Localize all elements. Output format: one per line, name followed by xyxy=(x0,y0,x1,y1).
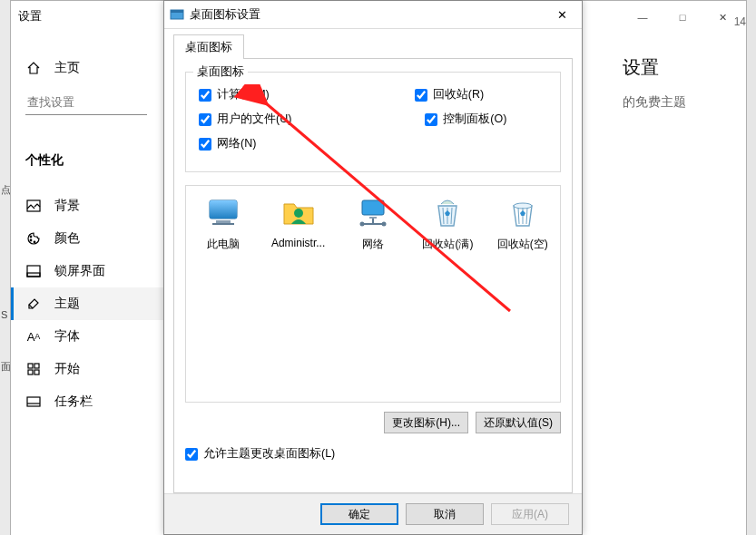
svg-point-2 xyxy=(30,239,32,241)
side-hint: 14 xyxy=(734,15,746,28)
checkbox-allow-theme-change-input[interactable] xyxy=(185,448,198,461)
sidebar-item-label: 开始 xyxy=(54,361,80,377)
svg-point-18 xyxy=(294,209,303,218)
sidebar-item-home[interactable]: 主页 xyxy=(11,52,165,84)
change-icon-button[interactable]: 更改图标(H)... xyxy=(384,412,468,433)
user-folder-icon xyxy=(280,195,317,231)
checkbox-network-input[interactable] xyxy=(199,138,211,151)
checkbox-allow-theme-change[interactable]: 允许主题更改桌面图标(L) xyxy=(185,446,335,462)
icon-label: 回收站(空) xyxy=(497,237,548,252)
sidebar-item-label: 颜色 xyxy=(54,230,80,247)
svg-rect-13 xyxy=(171,10,183,13)
sidebar-category: 个性化 xyxy=(11,144,165,177)
sidebar-item-label: 主页 xyxy=(54,60,80,76)
theme-icon xyxy=(25,297,42,311)
checkbox-recyclebin[interactable]: 回收站(R) xyxy=(415,87,484,102)
svg-point-24 xyxy=(382,222,387,227)
icon-network[interactable]: 网络 xyxy=(345,195,401,252)
icon-recycle-full[interactable]: 回收站(满) xyxy=(419,195,476,252)
sidebar-item-color[interactable]: 颜色 xyxy=(11,222,165,255)
dialog-button-row: 确定 取消 应用(A) xyxy=(164,493,582,534)
dialog-icon xyxy=(170,8,184,21)
cancel-button[interactable]: 取消 xyxy=(406,503,484,525)
taskbar-icon xyxy=(25,396,42,407)
sidebar-item-theme[interactable]: 主题 xyxy=(11,287,165,320)
sidebar-item-label: 任务栏 xyxy=(54,394,93,410)
picture-icon xyxy=(25,199,42,212)
sidebar-item-font[interactable]: AA 字体 xyxy=(11,320,165,353)
content-header: 设置 xyxy=(623,55,686,80)
svg-rect-6 xyxy=(28,364,33,368)
home-icon xyxy=(25,61,42,75)
icon-userfolder[interactable]: Administr... xyxy=(270,195,326,249)
main-window-title: 设置 xyxy=(18,8,42,24)
svg-point-23 xyxy=(360,222,365,227)
icon-label: 此电脑 xyxy=(207,237,240,252)
sidebar-item-label: 背景 xyxy=(54,198,80,214)
recycle-empty-icon xyxy=(505,195,541,231)
svg-rect-15 xyxy=(210,200,237,219)
checkbox-userfiles-input[interactable] xyxy=(199,113,211,126)
group-desktop-icons: 桌面图标 计算机(M) 回收站(R) 用户的文件(U) 控制面 xyxy=(185,72,561,172)
font-icon: AA xyxy=(25,330,42,344)
content-sub: 的免费主题 xyxy=(623,94,686,111)
svg-rect-10 xyxy=(27,397,40,406)
svg-rect-0 xyxy=(27,200,40,211)
network-icon xyxy=(355,195,391,231)
recycle-full-icon xyxy=(429,195,466,231)
sidebar-item-label: 主题 xyxy=(54,296,80,312)
svg-rect-9 xyxy=(34,370,39,374)
checkbox-userfiles[interactable]: 用户的文件(U) xyxy=(199,112,291,127)
settings-sidebar: 主页 个性化 背景 xyxy=(11,34,165,532)
maximize-button[interactable]: □ xyxy=(663,4,702,31)
icon-label: 回收站(满) xyxy=(422,237,473,252)
svg-point-1 xyxy=(30,236,32,238)
svg-rect-17 xyxy=(212,223,234,225)
monitor-icon xyxy=(205,195,241,231)
settings-content: 设置 的免费主题 xyxy=(592,34,686,532)
sidebar-item-lockscreen[interactable]: 锁屏界面 xyxy=(11,255,165,287)
start-icon xyxy=(25,363,42,375)
sidebar-category-label: 个性化 xyxy=(25,152,64,169)
svg-rect-8 xyxy=(28,370,33,374)
sidebar-item-label: 字体 xyxy=(54,328,80,345)
checkbox-network[interactable]: 网络(N) xyxy=(199,136,256,151)
svg-rect-5 xyxy=(27,273,40,277)
svg-rect-19 xyxy=(362,200,384,215)
sidebar-item-background[interactable]: 背景 xyxy=(11,190,165,222)
dialog-title: 桌面图标设置 xyxy=(170,7,260,23)
icon-label: Administr... xyxy=(271,237,325,249)
icon-preview-box: 此电脑 Administr... xyxy=(185,185,561,403)
left-edge-strip: 点 S 面 xyxy=(0,0,10,535)
dialog-tab-strip: 桌面图标 xyxy=(164,34,582,59)
icon-thispc[interactable]: 此电脑 xyxy=(195,195,251,252)
apply-button[interactable]: 应用(A) xyxy=(491,503,569,525)
dialog-tab-content: 桌面图标 计算机(M) 回收站(R) 用户的文件(U) 控制面 xyxy=(173,58,573,493)
icon-label: 网络 xyxy=(362,237,384,252)
desktop-icon-dialog: 桌面图标设置 ✕ 桌面图标 桌面图标 计算机(M) 回收站(R) xyxy=(163,0,583,535)
svg-point-3 xyxy=(34,241,35,243)
search-input[interactable] xyxy=(25,90,147,115)
palette-icon xyxy=(25,231,42,246)
group-label: 桌面图标 xyxy=(193,64,248,80)
svg-rect-20 xyxy=(369,217,377,219)
sidebar-item-start[interactable]: 开始 xyxy=(11,353,165,385)
checkbox-controlpanel-input[interactable] xyxy=(425,113,437,126)
sidebar-item-label: 锁屏界面 xyxy=(54,263,105,279)
checkbox-computer-input[interactable] xyxy=(199,89,211,102)
lockscreen-icon xyxy=(25,265,42,277)
checkbox-recyclebin-input[interactable] xyxy=(415,89,427,102)
tab-desktop-icons[interactable]: 桌面图标 xyxy=(173,34,244,59)
ok-button[interactable]: 确定 xyxy=(320,503,398,525)
sidebar-item-taskbar[interactable]: 任务栏 xyxy=(11,385,165,418)
minimize-button[interactable]: — xyxy=(623,4,663,31)
dialog-titlebar: 桌面图标设置 ✕ xyxy=(164,1,582,29)
svg-rect-16 xyxy=(216,220,231,223)
icon-recycle-empty[interactable]: 回收站(空) xyxy=(495,195,551,252)
svg-rect-7 xyxy=(34,364,39,368)
dialog-close-button[interactable]: ✕ xyxy=(542,1,582,28)
checkbox-controlpanel[interactable]: 控制面板(O) xyxy=(425,112,506,127)
checkbox-computer[interactable]: 计算机(M) xyxy=(199,87,270,102)
restore-default-button[interactable]: 还原默认值(S) xyxy=(476,412,561,433)
